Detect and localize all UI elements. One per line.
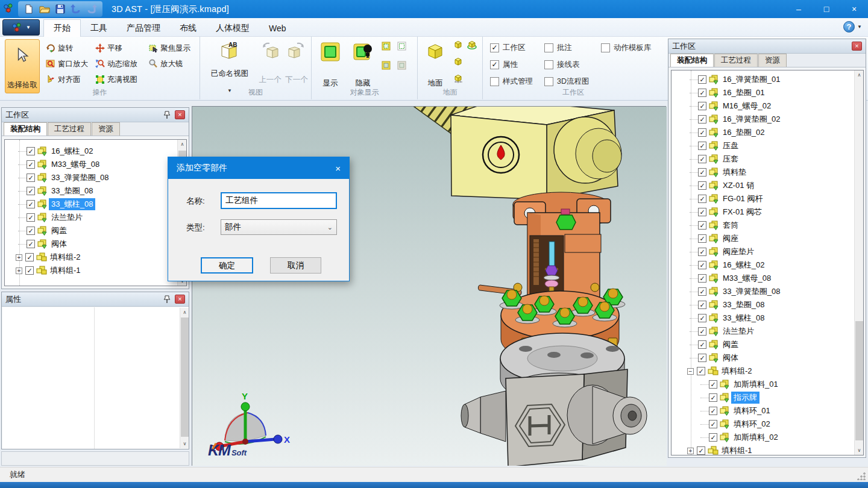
close-icon[interactable]: ×: [175, 295, 185, 304]
tree-item-label[interactable]: 套筒: [720, 219, 741, 231]
tree-checkbox[interactable]: ✓: [697, 446, 705, 455]
tree-item[interactable]: ✓33_垫圈_08: [5, 184, 186, 198]
tree-checkbox[interactable]: ✓: [709, 420, 717, 428]
tree-item-label[interactable]: 填料环_01: [731, 405, 773, 417]
close-icon[interactable]: ×: [852, 42, 862, 51]
tree-item-label[interactable]: 指示牌: [731, 392, 760, 404]
tree-item-label[interactable]: 16_弹簧垫圈_01: [720, 74, 782, 86]
previous-view-button[interactable]: 上一个: [257, 38, 283, 87]
tree-item[interactable]: −✓填料组-2: [671, 364, 863, 378]
tree-item-label[interactable]: 法兰垫片: [720, 325, 756, 337]
properties-scrollbar[interactable]: ∧∨: [180, 308, 189, 448]
tree-item[interactable]: ✓法兰垫片: [5, 211, 186, 224]
cancel-button[interactable]: 取消: [270, 257, 321, 274]
tree-item-label[interactable]: 阀体: [720, 352, 741, 364]
right-tree-scrollbar[interactable]: ∧∨: [854, 70, 863, 455]
tree-checkbox[interactable]: ✓: [698, 261, 706, 269]
tree-item-label[interactable]: 阀盖: [49, 225, 69, 237]
ground-grid-icon[interactable]: [454, 74, 463, 85]
tree-item-label[interactable]: 填料组-2: [719, 365, 755, 377]
expand-icon[interactable]: +: [687, 448, 694, 454]
collapse-icon[interactable]: −: [687, 368, 694, 375]
tree-item[interactable]: ✓33_螺柱_08: [5, 198, 186, 211]
tree-item[interactable]: ✓加斯填料_02: [671, 431, 863, 444]
tree-item[interactable]: ✓压套: [671, 152, 863, 166]
tree-item[interactable]: ✓XZ-01 销: [671, 179, 863, 192]
tree-item[interactable]: ✓16_弹簧垫圈_01: [671, 73, 863, 86]
tree-checkbox[interactable]: ✓: [27, 187, 35, 195]
tree-item-label[interactable]: 填料组-1: [48, 264, 83, 277]
checkbox-3d-flowchart[interactable]: 3D流程图: [544, 77, 589, 87]
tree-item[interactable]: ✓16_螺柱_02: [5, 145, 186, 158]
checkbox-style-manager[interactable]: 样式管理: [490, 77, 533, 87]
tree-item[interactable]: ✓33_弹簧垫圈_08: [671, 285, 863, 298]
pan-button[interactable]: 平移: [95, 42, 122, 55]
tree-item[interactable]: +✓填料组-1: [5, 264, 186, 277]
magnifier-button[interactable]: 放大镜: [148, 57, 183, 70]
tree-checkbox[interactable]: ✓: [27, 147, 35, 155]
tree-item[interactable]: ✓33_螺柱_08: [671, 311, 863, 325]
tree-item-label[interactable]: 填料组-2: [48, 251, 83, 263]
tree-item-label[interactable]: 加斯填料_02: [731, 431, 781, 443]
tree-item[interactable]: ✓法兰垫片: [671, 325, 863, 338]
open-file-button[interactable]: [39, 3, 51, 15]
tree-item[interactable]: ✓33_弹簧垫圈_08: [5, 171, 186, 184]
scrollbar-thumb[interactable]: [181, 318, 189, 437]
tree-item-label[interactable]: 33_垫圈_08: [49, 185, 95, 197]
tab-assembly-structure[interactable]: 装配结构: [670, 54, 714, 67]
tab-product[interactable]: 产品管理: [117, 19, 170, 37]
tree-item-label[interactable]: M16_螺母_02: [720, 100, 773, 112]
tab-resources[interactable]: 资源: [758, 54, 787, 67]
tree-item[interactable]: ✓阀盖: [5, 224, 186, 237]
tree-item[interactable]: ✓16_弹簧垫圈_02: [671, 113, 863, 126]
tab-home[interactable]: 开始: [43, 19, 81, 37]
fit-view-button[interactable]: 充满视图: [95, 73, 137, 86]
tree-checkbox[interactable]: ✓: [25, 266, 34, 275]
tree-item[interactable]: ✓阀座垫片: [671, 245, 863, 258]
tree-item[interactable]: ✓16_垫圈_01: [671, 86, 863, 99]
app-menu-button[interactable]: ▼: [2, 19, 40, 36]
show-selected-icon[interactable]: [382, 42, 391, 52]
tree-item-label[interactable]: 16_螺柱_02: [720, 259, 767, 271]
tree-item[interactable]: ✓M33_螺母_08: [5, 158, 186, 171]
tree-checkbox[interactable]: ✓: [698, 274, 706, 283]
tree-checkbox[interactable]: ✓: [27, 240, 35, 248]
tab-routing[interactable]: 布线: [170, 19, 206, 37]
tree-item-label[interactable]: 16_螺柱_02: [49, 145, 95, 157]
tree-checkbox[interactable]: ✓: [709, 407, 717, 415]
tree-item[interactable]: ✓FG-01 阀杆: [671, 192, 863, 205]
checkbox-action-template[interactable]: 动作模板库: [601, 43, 652, 53]
name-input[interactable]: 工艺组件: [221, 192, 337, 209]
checkbox-annotation[interactable]: 批注: [544, 43, 572, 53]
tree-checkbox[interactable]: ✓: [698, 208, 706, 216]
tree-item[interactable]: ✓填料环_02: [671, 418, 863, 431]
tree-item[interactable]: ✓M16_螺母_02: [671, 99, 863, 113]
tree-checkbox[interactable]: ✓: [698, 115, 706, 124]
tab-process[interactable]: 工艺过程: [48, 122, 91, 136]
tree-item[interactable]: ✓16_螺柱_02: [671, 258, 863, 272]
tree-checkbox[interactable]: ✓: [27, 200, 35, 208]
tab-process[interactable]: 工艺过程: [714, 54, 758, 67]
tree-item[interactable]: +✓填料组-1: [671, 444, 863, 455]
redo-button[interactable]: [86, 3, 98, 15]
tree-item[interactable]: ✓压盘: [671, 139, 863, 152]
close-icon[interactable]: ×: [175, 110, 185, 119]
tree-item-label[interactable]: 阀座: [720, 233, 741, 245]
tree-item-label[interactable]: 阀盖: [720, 339, 741, 351]
tree-item-label[interactable]: 阀体: [49, 238, 69, 250]
tree-item-label[interactable]: 33_弹簧垫圈_08: [49, 172, 111, 184]
tree-checkbox[interactable]: ✓: [698, 128, 706, 137]
tree-item[interactable]: ✓填料环_01: [671, 404, 863, 418]
next-view-button[interactable]: 下一个: [283, 38, 310, 87]
tree-item-label[interactable]: 33_弹簧垫圈_08: [720, 286, 782, 298]
tree-checkbox[interactable]: ✓: [698, 195, 706, 203]
tree-checkbox[interactable]: ✓: [27, 227, 35, 235]
hide-all-icon[interactable]: [397, 61, 406, 72]
type-select[interactable]: 部件 ⌄: [221, 219, 337, 235]
tree-checkbox[interactable]: ✓: [698, 155, 706, 163]
tree-item[interactable]: ✓33_垫圈_08: [671, 298, 863, 311]
tree-item-label[interactable]: 16_弹簧垫圈_02: [720, 113, 782, 125]
tree-checkbox[interactable]: ✓: [698, 75, 706, 84]
tree-checkbox[interactable]: ✓: [698, 314, 706, 322]
tree-checkbox[interactable]: ✓: [27, 174, 35, 182]
